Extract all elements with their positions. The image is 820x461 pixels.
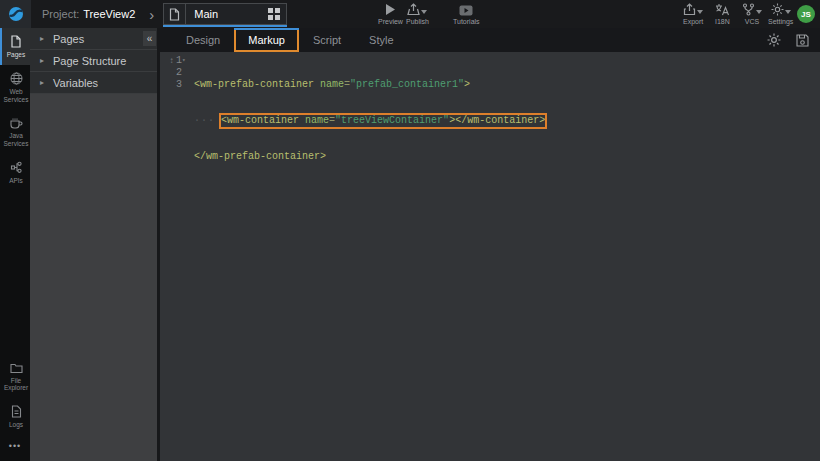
pages-icon: [10, 35, 22, 48]
page-icon: [164, 4, 186, 24]
indent-dots: ···: [194, 115, 215, 127]
project-label: Project:: [42, 8, 79, 20]
globe-icon: [10, 72, 23, 85]
panel-section-pages[interactable]: ▸ Pages: [30, 28, 157, 50]
sidebar-item-web-services[interactable]: Web Services: [0, 65, 30, 110]
sidebar-item-pages[interactable]: Pages: [0, 28, 30, 65]
top-header: Project:TreeView2 › Main Preview Publish…: [0, 0, 820, 28]
project-name: TreeView2: [83, 8, 135, 20]
app-logo[interactable]: [0, 0, 31, 28]
sidebar-item-label: Web Services: [3, 88, 29, 104]
fold-arrow-icon[interactable]: ▾: [182, 55, 188, 67]
sidebar-item-label: Logs: [9, 421, 23, 429]
expand-arrow-icon: ▸: [40, 34, 44, 43]
markup-code-editor[interactable]: ↕ 1 ▾ 2 3 <wm-prefab-container name="pre…: [160, 52, 820, 461]
attr-value: "prefab_container1": [350, 79, 464, 91]
panel-editor-divider[interactable]: [157, 28, 160, 461]
project-breadcrumb: Project:TreeView2: [42, 8, 135, 20]
line-number: 3: [176, 79, 182, 91]
branch-icon: [742, 3, 755, 16]
panel-collapse-button[interactable]: «: [143, 31, 156, 46]
preview-label: Preview: [378, 18, 403, 25]
i18n-button[interactable]: I18N: [715, 3, 730, 25]
tutorials-button[interactable]: Tutorials: [453, 3, 480, 25]
sidebar-item-label: Pages: [7, 51, 25, 59]
tab-design[interactable]: Design: [172, 28, 234, 52]
logs-document-icon: [11, 405, 22, 418]
tag-open: <wm-prefab-container: [194, 79, 314, 91]
sidebar-item-apis[interactable]: APIs: [0, 154, 30, 191]
left-icon-sidebar: Pages Web Services Java Services APIs Fi…: [0, 28, 30, 461]
code-line-3[interactable]: </wm-prefab-container>: [194, 151, 820, 163]
tag-close: >: [464, 79, 470, 91]
gutter-line-1[interactable]: ↕ 1 ▾: [160, 55, 190, 67]
sidebar-item-label: File Explorer: [3, 377, 29, 393]
export-label: Export: [683, 18, 703, 25]
panel-section-label: Pages: [53, 33, 84, 45]
publish-button[interactable]: Publish: [406, 3, 429, 25]
wavemaker-logo-icon: [8, 6, 24, 22]
settings-caret-icon: [785, 10, 791, 14]
code-content[interactable]: <wm-prefab-container name="prefab_contai…: [190, 55, 820, 461]
settings-button[interactable]: Settings: [768, 3, 793, 25]
page-tab-main[interactable]: Main: [163, 3, 287, 25]
sidebar-item-java-services[interactable]: Java Services: [0, 109, 30, 154]
save-icon[interactable]: [796, 34, 809, 47]
vcs-button[interactable]: VCS: [742, 3, 762, 25]
gutter-line-2[interactable]: 2: [160, 67, 190, 79]
attr-value: "treeViewContainer": [335, 115, 449, 126]
editor-tabbar: Design Markup Script Style: [160, 28, 820, 52]
code-line-1[interactable]: <wm-prefab-container name="prefab_contai…: [194, 79, 820, 91]
editor-gutter: ↕ 1 ▾ 2 3: [160, 55, 190, 461]
sidebar-more-button[interactable]: •••: [0, 435, 30, 461]
tab-script[interactable]: Script: [299, 28, 355, 52]
gear-icon: [771, 3, 784, 16]
user-avatar[interactable]: JS: [797, 5, 815, 23]
panel-section-variables[interactable]: ▸ Variables: [30, 72, 157, 94]
grid-view-icon[interactable]: [268, 8, 280, 20]
highlighted-code-selection[interactable]: <wm-container name="treeViewContainer"><…: [221, 115, 545, 127]
gutter-line-3[interactable]: 3: [160, 79, 190, 91]
publish-upload-icon: [407, 3, 420, 16]
export-button[interactable]: Export: [683, 3, 703, 25]
sidebar-spacer: [0, 191, 30, 356]
editor-settings-gear-icon[interactable]: [767, 33, 781, 47]
tab-style[interactable]: Style: [355, 28, 407, 52]
publish-label: Publish: [406, 18, 429, 25]
video-icon: [459, 3, 473, 16]
line-number: 2: [176, 67, 182, 79]
play-icon: [384, 3, 396, 16]
export-caret-icon: [697, 10, 703, 14]
tag-close: ></wm-container>: [449, 115, 545, 126]
gutter-annotation-icon: ↕: [169, 55, 174, 67]
sidebar-item-file-explorer[interactable]: File Explorer: [0, 356, 30, 399]
sidebar-item-label: Java Services: [3, 132, 29, 148]
expand-arrow-icon: ▸: [40, 56, 44, 65]
panel-section-label: Variables: [53, 77, 98, 89]
pages-panel: ▸ Pages ▸ Page Structure ▸ Variables «: [30, 28, 157, 461]
attr-name: name: [320, 79, 344, 91]
vcs-caret-icon: [756, 10, 762, 14]
preview-button[interactable]: Preview: [378, 3, 403, 25]
sidebar-item-label: APIs: [9, 177, 23, 185]
sidebar-item-logs[interactable]: Logs: [0, 398, 30, 435]
panel-section-page-structure[interactable]: ▸ Page Structure: [30, 50, 157, 72]
i18n-label: I18N: [715, 18, 730, 25]
page-tab-label: Main: [194, 8, 268, 20]
tutorials-label: Tutorials: [453, 18, 480, 25]
tag-open: <wm-container: [221, 115, 299, 126]
attr-name: name: [305, 115, 329, 126]
export-icon: [683, 3, 696, 16]
publish-caret-icon: [421, 10, 427, 14]
api-connector-icon: [10, 161, 23, 174]
closing-tag: </wm-prefab-container>: [194, 151, 326, 163]
breadcrumb-chevron-icon: ›: [149, 7, 154, 22]
settings-label: Settings: [768, 18, 793, 25]
panel-section-label: Page Structure: [53, 55, 126, 67]
folder-icon: [10, 363, 23, 374]
vcs-label: VCS: [745, 18, 759, 25]
translate-icon: [715, 3, 729, 16]
tab-markup[interactable]: Markup: [234, 28, 299, 52]
code-line-2[interactable]: ··· <wm-container name="treeViewContaine…: [194, 115, 820, 127]
expand-arrow-icon: ▸: [40, 78, 44, 87]
